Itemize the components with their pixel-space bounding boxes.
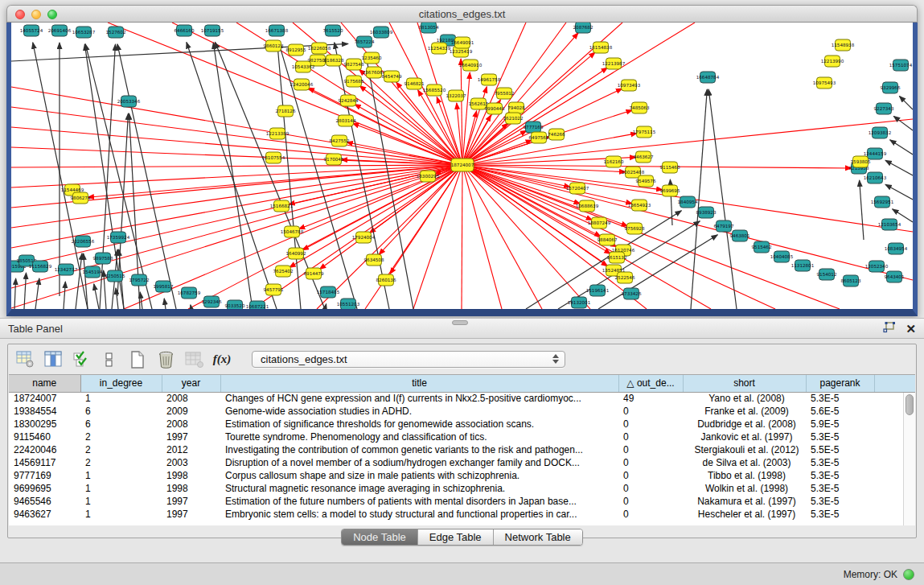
graph-edge[interactable] [290,165,462,267]
graph-node[interactable]: 7485063 [630,102,650,113]
graph-node[interactable]: 9860123 [264,40,284,51]
graph-node[interactable]: 16648784 [696,72,720,83]
graph-node[interactable]: 9634508 [364,254,384,266]
graph-node[interactable]: 15718485 [317,286,340,298]
graph-node[interactable]: 15751074 [889,60,913,71]
graph-node[interactable]: 1527602 [106,27,126,38]
graph-edge[interactable] [325,304,326,309]
graph-node[interactable]: 20053346 [117,96,141,107]
graph-node[interactable]: 8454749 [382,71,402,82]
graph-node[interactable]: 1322037 [446,90,466,101]
table-row[interactable]: 1872400712008Changes of HCN gene express… [9,392,915,405]
graph-edge[interactable] [140,292,142,309]
graph-node[interactable]: 9990443 [485,103,505,114]
table-row[interactable]: 1456911722003Disruption of a novel membe… [9,456,915,469]
graph-edge[interactable] [35,278,39,309]
graph-node[interactable]: 9242844 [339,95,359,106]
graph-node[interactable]: 10834954 [885,243,908,254]
column-header-short[interactable]: short [683,375,806,392]
table-row[interactable]: 1938455462009Genome-wide association stu… [9,405,915,418]
graph-node[interactable]: 16033809 [370,27,393,38]
graph-edge[interactable] [462,165,462,309]
graph-node[interactable]: 9463801 [730,230,750,241]
close-panel-icon[interactable]: ✕ [906,323,916,336]
graph-node[interactable]: 1640992 [286,248,306,259]
graph-node[interactable]: 6479197 [714,220,734,232]
graph-node[interactable]: 2087682 [573,23,593,33]
column-header-title[interactable]: title [220,375,618,392]
graph-node[interactable]: 12093832 [869,127,891,138]
graph-node[interactable]: 12213990 [821,56,844,67]
graph-node[interactable]: 17975115 [633,126,656,138]
graph-node[interactable]: 9227343 [874,103,894,114]
graph-node[interactable]: 1593805 [851,156,871,167]
graph-node[interactable]: 1621022 [503,113,524,124]
table-row[interactable]: 2242004622012Investigating the contribut… [9,443,915,456]
graph-node[interactable]: 9897588 [93,253,113,264]
tab-network-table[interactable]: Network Table [494,529,582,545]
graph-edge[interactable] [890,140,913,154]
graph-node[interactable]: 7857224 [355,36,375,47]
tab-node-table[interactable]: Node Table [342,529,418,545]
graph-node[interactable]: 9827548 [344,59,364,70]
graph-edge[interactable] [11,165,462,268]
graph-node[interactable]: 6497568 [529,132,549,143]
graph-node[interactable]: 9756928 [625,223,645,234]
graph-node[interactable]: 1250515 [105,270,125,282]
graph-node[interactable]: 16154838 [589,42,613,53]
graph-node[interactable]: 7955812 [495,88,515,99]
select-all-rows-icon[interactable] [72,351,91,369]
graph-edge[interactable] [191,305,191,309]
minimize-window-button[interactable] [31,10,41,19]
graph-node[interactable]: 8912955 [286,44,306,56]
graph-node[interactable]: 16210643 [864,172,887,183]
graph-node[interactable]: 9170045 [324,154,344,165]
graph-node[interactable]: 9146821 [405,78,425,89]
graph-node[interactable]: 11548938 [832,39,855,51]
graph-node[interactable]: 12103654 [878,219,901,230]
graph-node[interactable]: 10975493 [813,77,836,89]
graph-node[interactable]: 9515462 [752,241,772,253]
table-scrollbar-thumb[interactable] [906,394,914,415]
graph-node[interactable]: 8260136 [376,274,396,286]
graph-node[interactable]: 1840954 [678,196,698,208]
graph-edge[interactable] [317,165,462,309]
graph-node[interactable]: 8938923 [696,207,717,218]
function-builder-icon[interactable]: f(x) [212,351,232,369]
graph-node[interactable]: 9457791 [264,284,284,295]
graph-node[interactable]: 10653287 [72,27,96,38]
graph-node[interactable]: 6466160 [175,25,195,36]
graph-node[interactable]: 2522546 [615,272,635,283]
graph-edge[interactable] [860,180,864,240]
graph-edge[interactable] [108,23,462,165]
column-header-out_degree[interactable]: △ out_de... [618,375,683,392]
graph-edge[interactable] [11,165,462,167]
graph-node[interactable]: 9549576 [636,175,656,187]
graph-node[interactable]: 15196141 [586,285,610,296]
graph-node[interactable]: 9154012 [817,269,837,280]
column-header-name[interactable]: name [9,375,80,392]
graph-node[interactable]: 9699695 [660,185,680,196]
graph-node[interactable]: 9033520 [225,300,245,309]
row-height-icon[interactable] [100,351,119,369]
graph-node[interactable]: 18107554 [262,152,285,163]
graph-node[interactable]: 1545194 [83,266,103,278]
panel-drag-handle[interactable] [452,320,468,325]
table-row[interactable]: 969969511998Structural magnetic resonanc… [9,482,915,495]
graph-node[interactable]: 794028 [507,102,525,113]
graph-node[interactable]: 10719155 [201,25,224,36]
table-row[interactable]: 911546021997Tourette syndrome. Phenomeno… [9,431,915,443]
close-window-button[interactable] [15,10,25,19]
graph-node[interactable]: 12342737 [55,264,78,275]
graph-node[interactable]: 1995817 [154,281,174,292]
column-header-in_degree[interactable]: in_degree [80,375,162,392]
graph-node[interactable]: 1292346 [202,296,222,307]
graph-node[interactable]: 12052340 [865,261,889,272]
graph-edge[interactable] [117,44,176,309]
graph-node[interactable]: 1795722 [129,274,150,286]
graph-node[interactable]: 746266 [548,129,565,140]
graph-edge[interactable] [885,160,913,175]
graph-node[interactable]: 9643401 [885,271,905,282]
graph-node[interactable]: 8813054 [419,23,439,33]
memory-status-indicator[interactable] [903,569,914,580]
